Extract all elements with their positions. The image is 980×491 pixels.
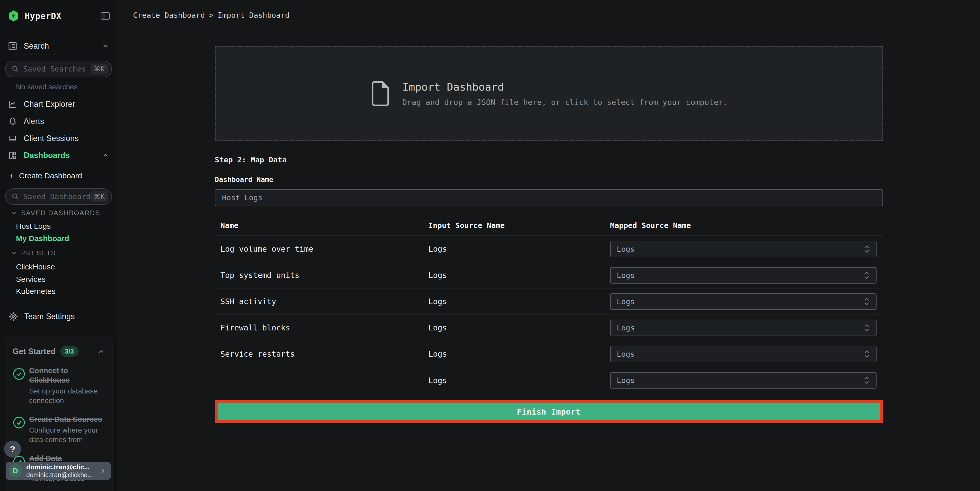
create-dashboard-label: Create Dashboard [19, 172, 82, 180]
get-started-header[interactable]: Get Started 3/3 [13, 346, 105, 357]
search-section-icon [8, 41, 18, 51]
select-chevrons-icon [864, 271, 870, 280]
sidebar-item-services[interactable]: Services [16, 275, 46, 284]
mapped-source-select[interactable]: Logs [610, 346, 877, 362]
sidebar-collapse-icon[interactable] [100, 11, 110, 21]
table-row: Service restarts Logs Logs [215, 341, 883, 367]
sidebar-item-kubernetes[interactable]: Kubernetes [16, 287, 55, 296]
laptop-icon [8, 133, 18, 143]
row-input-source: Logs [428, 271, 610, 280]
saved-dashboards-search[interactable]: ⌘K [5, 188, 112, 205]
column-header-name: Name [215, 221, 428, 230]
dropzone-title: Import Dashboard [402, 81, 727, 93]
presets-section-header[interactable]: PRESETS [11, 249, 56, 257]
user-menu[interactable]: D dominic.tran@clic... dominic.tran@clic… [6, 462, 111, 480]
saved-dashboards-input[interactable] [23, 192, 91, 201]
user-name: dominic.tran@clic... [26, 463, 93, 471]
avatar: D [9, 464, 22, 478]
selected-option: Logs [617, 350, 635, 359]
app-title: HyperDX [25, 11, 62, 21]
saved-dashboards-section-header[interactable]: SAVED DASHBOARDS [11, 209, 100, 217]
mapped-source-select[interactable]: Logs [610, 267, 877, 284]
dropzone-subtitle: Drag and drop a JSON file here, or click… [402, 98, 727, 107]
sidebar-item-label: Client Sessions [24, 134, 79, 143]
sidebar-item-client-sessions[interactable]: Client Sessions [8, 131, 110, 146]
saved-searches-search[interactable]: ⌘K [5, 61, 112, 77]
table-row: Logs Logs [215, 367, 883, 394]
nav-group-search[interactable]: Search [8, 38, 110, 54]
mapped-source-select[interactable]: Logs [610, 372, 877, 389]
sidebar-item-team-settings[interactable]: Team Settings [8, 309, 75, 324]
get-started-step-connect[interactable]: Connect to ClickHouse Set up your databa… [13, 366, 105, 405]
selected-option: Logs [617, 376, 635, 385]
select-chevrons-icon [864, 245, 870, 253]
finish-import-button[interactable]: Finish Import [218, 403, 880, 420]
chevron-down-icon [11, 250, 18, 257]
click-highlight-annotation: Finish Import [215, 400, 883, 423]
table-header-row: Name Input Source Name Mapped Source Nam… [215, 216, 883, 236]
column-header-input-source: Input Source Name [428, 221, 610, 230]
mapping-table: Name Input Source Name Mapped Source Nam… [215, 216, 883, 394]
sidebar-item-dashboards[interactable]: Dashboards [8, 148, 110, 163]
chevron-down-icon [11, 210, 18, 216]
help-button[interactable]: ? [4, 440, 21, 458]
breadcrumb: Create Dashboard>Import Dashboard [133, 11, 290, 19]
sidebar-item-label: Chart Explorer [24, 100, 75, 109]
user-email: dominic.tran@clickho... [26, 471, 93, 479]
team-settings-label: Team Settings [24, 312, 75, 321]
create-dashboard-button[interactable]: + Create Dashboard [9, 169, 82, 182]
table-row: SSH activity Logs Logs [215, 288, 883, 315]
row-name: Firewall blocks [215, 323, 428, 332]
nav-group-search-label: Search [24, 41, 49, 51]
row-input-source: Logs [428, 376, 610, 385]
step-title: Connect to ClickHouse [29, 366, 105, 385]
page-header: Create Dashboard>Import Dashboard [118, 0, 980, 30]
import-dropzone[interactable]: Import Dashboard Drag and drop a JSON fi… [215, 46, 883, 141]
sidebar-item-clickhouse[interactable]: ClickHouse [16, 262, 55, 271]
check-circle-icon [13, 366, 29, 405]
chevron-up-icon [102, 152, 110, 159]
selected-option: Logs [617, 297, 635, 306]
mapped-source-select[interactable]: Logs [610, 293, 877, 310]
section-header-label: PRESETS [21, 249, 56, 257]
no-saved-searches-note: No saved searches [16, 83, 78, 91]
row-name: Log volume over time [215, 245, 428, 253]
sidebar: HyperDX Search ⌘K No saved searches Char… [0, 0, 117, 491]
select-chevrons-icon [864, 324, 870, 332]
gear-icon [8, 311, 19, 322]
column-header-mapped-source: Mapped Source Name [610, 221, 883, 230]
sidebar-item-label: Alerts [24, 117, 44, 126]
breadcrumb-parent[interactable]: Create Dashboard [133, 11, 205, 19]
logo-row: HyperDX [8, 8, 110, 24]
mapped-source-select[interactable]: Logs [610, 241, 877, 257]
chevron-up-icon [102, 42, 110, 50]
dashboards-icon [8, 151, 18, 160]
sidebar-item-my-dashboard[interactable]: My Dashboard [16, 234, 69, 243]
selected-option: Logs [617, 271, 635, 280]
chevron-up-icon [97, 348, 105, 355]
get-started-step-sources[interactable]: Create Data Sources Configure where your… [13, 415, 105, 445]
check-circle-icon [13, 415, 29, 445]
select-chevrons-icon [864, 297, 870, 306]
sidebar-item-alerts[interactable]: Alerts [8, 114, 110, 129]
divider [0, 54, 117, 55]
sidebar-item-host-logs[interactable]: Host Logs [16, 222, 51, 230]
step-heading: Step 2: Map Data [215, 156, 883, 164]
dashboard-name-input[interactable] [215, 189, 883, 206]
step-subtitle: Configure where your data comes from [29, 426, 105, 445]
select-chevrons-icon [864, 376, 870, 385]
get-started-title: Get Started [13, 347, 56, 356]
search-icon [11, 192, 19, 201]
row-input-source: Logs [428, 350, 610, 359]
step-subtitle: Set up your database connection [29, 386, 105, 405]
sidebar-item-chart-explorer[interactable]: Chart Explorer [8, 97, 110, 112]
chart-explorer-icon [8, 99, 18, 109]
main-area: Create Dashboard>Import Dashboard Import… [118, 0, 980, 491]
divider [0, 166, 117, 166]
plus-icon: + [9, 172, 14, 180]
mapped-source-select[interactable]: Logs [610, 319, 877, 336]
row-input-source: Logs [428, 323, 610, 332]
saved-searches-input[interactable] [23, 65, 91, 73]
breadcrumb-separator: > [209, 11, 213, 19]
selected-option: Logs [617, 324, 635, 332]
